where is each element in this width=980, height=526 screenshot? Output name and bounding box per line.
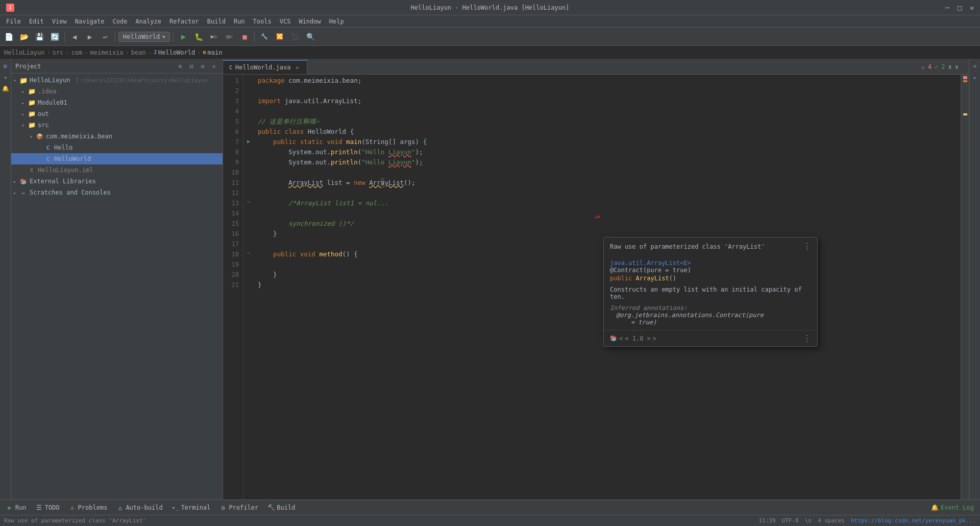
coverage-btn[interactable]: ▶▷ — [207, 30, 220, 43]
menu-help[interactable]: Help — [325, 15, 348, 27]
build-btn[interactable]: 🔨 Build — [263, 501, 299, 514]
forward-btn[interactable]: ▶ — [83, 30, 96, 43]
menu-view[interactable]: View — [48, 15, 71, 27]
maximize-btn[interactable]: □ — [955, 4, 964, 12]
run-green-btn[interactable]: ▶ — [177, 30, 190, 43]
project-close-btn[interactable]: ✕ — [209, 62, 218, 71]
run-btn[interactable]: ▶ Run — [2, 501, 31, 514]
project-gear-btn[interactable]: ⚙ — [198, 62, 207, 71]
gutter: ▶ ─ ─ — [243, 75, 254, 499]
profiler-btn[interactable]: ◎ Profiler — [215, 501, 262, 514]
todo-btn[interactable]: ☰ TODO — [32, 501, 64, 514]
auto-build-btn[interactable]: △ Auto-build — [112, 501, 166, 514]
breadcrumb-helloworld[interactable]: HelloWorld — [158, 49, 195, 56]
breadcrumb-com[interactable]: com — [71, 49, 83, 56]
menu-tools[interactable]: Tools — [249, 15, 276, 27]
tree-iml[interactable]: X HelloLiayun.iml — [11, 164, 223, 176]
project-add-btn[interactable]: ⊕ — [176, 62, 185, 71]
tooltip-inferred-label: Inferred annotations: — [610, 304, 688, 312]
close-btn[interactable]: ✕ — [968, 4, 976, 12]
sidebar-bookmark-icon[interactable]: ★ — [1, 73, 10, 82]
vcs-btn[interactable]: 🔀 — [273, 30, 286, 43]
version-next-btn[interactable]: > — [653, 335, 656, 342]
auto-build-icon: △ — [116, 504, 124, 511]
right-sidebar-icon-2[interactable]: ★ — [970, 73, 979, 82]
project-expand-btn[interactable]: ⊟ — [187, 62, 196, 71]
undo-btn[interactable]: ↩ — [99, 30, 112, 43]
stop-btn[interactable]: ■ — [238, 30, 251, 43]
tab-close-btn[interactable]: ✕ — [293, 64, 301, 71]
ln-6: 6 — [223, 127, 239, 137]
tree-package-label: com.meimeixia.bean — [46, 133, 112, 140]
back-btn[interactable]: ◀ — [68, 30, 81, 43]
tree-root[interactable]: ▾ 📁 HelloLiayun C:\Users\32120\IdeaProje… — [11, 75, 223, 86]
menu-window[interactable]: Window — [295, 15, 325, 27]
profile-btn[interactable]: ◎▷ — [223, 30, 236, 43]
sync-btn[interactable]: 🔄 — [48, 30, 61, 43]
minimize-btn[interactable]: ─ — [943, 4, 951, 12]
terminal-btn[interactable]: ⬛ — [288, 30, 302, 43]
status-url[interactable]: https://blog.csdn.net/yerenyuan_pk... — [851, 517, 976, 524]
menu-analyze[interactable]: Analyze — [131, 15, 165, 27]
menu-build[interactable]: Build — [203, 15, 230, 27]
sdk-btn[interactable]: 🔧 — [258, 30, 271, 43]
tree-root-label: HelloLiayun C:\Users\32120\IdeaProjects\… — [30, 77, 208, 84]
menu-run[interactable]: Run — [230, 15, 249, 27]
tree-out[interactable]: ▸ 📁 out — [11, 108, 223, 119]
project-select[interactable]: HelloWorld ▾ — [118, 32, 170, 42]
scratches-arrow-icon: ▸ — [13, 190, 19, 196]
version-prev-btn[interactable]: < — [619, 335, 623, 342]
gutter-fold-18[interactable]: ─ — [243, 248, 254, 258]
sidebar-notifications-icon[interactable]: 🔔 — [1, 84, 10, 93]
menu-refactor[interactable]: Refactor — [165, 15, 203, 27]
status-line-sep[interactable]: \n — [805, 517, 812, 524]
run-label: Run — [15, 504, 27, 511]
debug-btn[interactable]: 🐛 — [192, 30, 205, 43]
tree-module01[interactable]: ▸ 📁 Module01 — [11, 97, 223, 108]
ln-5: 5 — [223, 116, 239, 127]
breadcrumb-main[interactable]: main — [208, 49, 223, 56]
right-sidebar-icon-1[interactable]: ≡ — [970, 61, 979, 70]
expand-icon[interactable]: ∧ — [948, 63, 952, 70]
tooltip-footer-more-btn[interactable]: ⋮ — [803, 333, 811, 343]
ln-14: 14 — [223, 208, 239, 219]
gutter-run-7[interactable]: ▶ — [243, 136, 254, 146]
menu-vcs[interactable]: VCS — [276, 15, 295, 27]
tooltip-more-btn[interactable]: ⋮ — [803, 242, 811, 251]
menu-file[interactable]: File — [2, 15, 25, 27]
breadcrumb-meimeixia[interactable]: meimeixia — [90, 49, 124, 56]
event-log-icon: 🔔 — [932, 504, 939, 511]
tree-hello[interactable]: C Hello — [11, 142, 223, 153]
save-btn[interactable]: 💾 — [33, 30, 46, 43]
status-position[interactable]: 11:39 — [758, 517, 775, 524]
collapse-icon[interactable]: ∨ — [955, 63, 959, 70]
terminal-btn[interactable]: ▸_ Terminal — [168, 501, 215, 514]
tree-helloworld[interactable]: C HelloWorld — [11, 153, 223, 164]
breadcrumb-src[interactable]: src — [53, 49, 64, 56]
tree-scratches[interactable]: ▸ ✏ Scratches and Consoles — [11, 187, 223, 198]
gutter-fold-13[interactable]: ─ — [243, 197, 254, 207]
breadcrumb-bean[interactable]: bean — [131, 49, 146, 56]
status-encoding[interactable]: UTF-8 — [782, 517, 799, 524]
tree-hello-label: Hello — [54, 144, 72, 151]
search-everywhere-btn[interactable]: 🔍 — [304, 30, 317, 43]
code-editor: C HelloWorld.java ✕ ⚠ 4 ✓ 2 ∧ ∨ 1 2 3 4 — [223, 59, 969, 499]
menu-navigate[interactable]: Navigate — [71, 15, 109, 27]
tree-src[interactable]: ▾ 📁 src — [11, 119, 223, 131]
open-btn[interactable]: 📂 — [17, 30, 31, 43]
tab-helloworld[interactable]: C HelloWorld.java ✕ — [223, 60, 307, 74]
breadcrumb-helloliayun[interactable]: HelloLiayun — [4, 49, 44, 56]
event-log-btn[interactable]: 🔔 Event Log — [927, 501, 978, 514]
menu-edit[interactable]: Edit — [25, 15, 48, 27]
tree-idea[interactable]: ▸ 📁 .idea — [11, 86, 223, 97]
bulb-icon[interactable]: 💡 — [254, 179, 254, 189]
tree-package[interactable]: ▾ 📦 com.meimeixia.bean — [11, 131, 223, 142]
status-indent[interactable]: 4 spaces — [818, 517, 845, 524]
sidebar-structure-icon[interactable]: ≡ — [1, 61, 10, 70]
menu-code[interactable]: Code — [109, 15, 132, 27]
tree-external-libs[interactable]: ▸ 📚 External Libraries — [11, 176, 223, 187]
ln-16: 16 — [223, 229, 239, 239]
tooltip-class-link[interactable]: java.util.ArrayList<E> — [610, 259, 811, 267]
problems-btn[interactable]: ⚠ Problems — [65, 501, 112, 514]
new-btn[interactable]: 📄 — [2, 30, 15, 43]
